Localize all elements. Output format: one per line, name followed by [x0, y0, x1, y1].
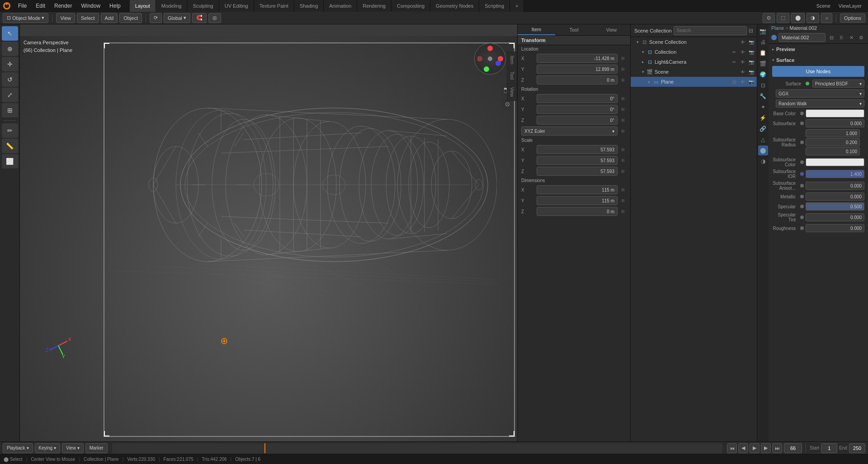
tree-arrow-plane[interactable]: ▸ [646, 80, 652, 84]
tool-tab[interactable]: Tool [508, 68, 516, 83]
use-nodes-button[interactable]: Use Nodes [772, 66, 864, 77]
next-frame-btn[interactable]: ▶ [761, 443, 771, 453]
current-frame-display[interactable]: 66 [784, 443, 802, 453]
scene-vis-icon[interactable]: 👁 [739, 68, 746, 75]
timeline-scrubber[interactable] [112, 443, 722, 453]
playback-btn[interactable]: Playback ▾ [3, 443, 33, 453]
tool-move[interactable]: ✛ [2, 57, 18, 71]
preview-section-header[interactable]: ▸ Preview [769, 45, 868, 53]
tool-add-cube[interactable]: ⬜ [2, 154, 18, 169]
rot-x-value[interactable]: 0° [537, 94, 618, 103]
tab-modeling[interactable]: Modeling [156, 0, 188, 12]
outliner-search[interactable] [674, 26, 747, 35]
random-walk-dropdown[interactable]: Random Walk ▾ [776, 99, 864, 108]
specular-value[interactable]: 0.500 [806, 202, 864, 211]
mode-selector[interactable]: ⊡ Object Mode ▾ [3, 13, 48, 23]
tree-arrow-scene[interactable]: ▾ [640, 70, 646, 74]
subsurface-radius-z[interactable]: 0.100 [806, 147, 860, 155]
go-end-btn[interactable]: ⏭ [772, 443, 782, 453]
menu-render[interactable]: Render [50, 0, 76, 12]
tree-arrow-scene-collection[interactable]: ▾ [634, 40, 641, 44]
plane-filter-icon[interactable]: ⊟ [731, 78, 738, 85]
prev-frame-btn[interactable]: ◀ [738, 443, 748, 453]
tab-compositing[interactable]: Compositing [392, 0, 430, 12]
dim-z-copy[interactable]: ⊞ [619, 208, 627, 215]
prop-icon-object[interactable]: ⊡ [758, 80, 768, 90]
prop-icon-shading[interactable]: ◑ [758, 156, 768, 166]
end-frame-display[interactable]: 250 [849, 443, 865, 453]
tree-arrow-light-camera[interactable]: ▸ [640, 60, 646, 64]
tree-scene-collection[interactable]: ▾ ⊡ Scene Collection 👁 📷 [631, 37, 757, 47]
prop-icon-modifiers[interactable]: 🔧 [758, 91, 768, 101]
tab-scripting[interactable]: Scripting [479, 0, 510, 12]
menu-help[interactable]: Help [105, 0, 125, 12]
rot-x-copy[interactable]: ⊞ [619, 95, 627, 102]
breadcrumb-plane[interactable]: Plane [771, 25, 784, 31]
tool-rotate[interactable]: ↺ [2, 72, 18, 87]
view-tab[interactable]: View [508, 84, 516, 100]
play-btn[interactable]: ▶ [750, 443, 760, 453]
object-menu[interactable]: Object [119, 13, 142, 23]
prop-icon-view-layer[interactable]: 📋 [758, 48, 768, 58]
mat-copy-icon[interactable]: ⎘ [837, 33, 845, 42]
collection-render-icon[interactable]: 📷 [748, 48, 755, 56]
mat-settings-icon[interactable]: ⚙ [857, 33, 865, 42]
tool-measure[interactable]: 📏 [2, 139, 18, 153]
tree-plane[interactable]: ▸ ▭ Plane ⊟ 👁 📷 [631, 77, 757, 87]
tab-rendering[interactable]: Rendering [357, 0, 392, 12]
loc-x-copy[interactable]: ⊞ [619, 55, 627, 62]
viewport-gizmo[interactable] [472, 41, 508, 77]
prop-icon-scene[interactable]: 🎬 [758, 59, 768, 69]
tab-sculpting[interactable]: Sculpting [187, 0, 219, 12]
dim-x-value[interactable]: 115 m [537, 185, 618, 194]
viewport-shading-rendered[interactable]: ○ [821, 13, 832, 23]
dim-x-copy[interactable]: ⊞ [619, 186, 627, 193]
prop-icon-render[interactable]: 📷 [758, 26, 768, 36]
tab-item[interactable]: Item [518, 24, 555, 35]
rot-y-value[interactable]: 0° [537, 105, 618, 114]
overlay-toggle[interactable]: ⊙ [763, 13, 775, 23]
subsurface-radius-y[interactable]: 0.200 [806, 138, 860, 146]
surface-section-header[interactable]: ▾ Surface [769, 56, 868, 64]
tree-scene[interactable]: ▾ 🎬 Scene 👁 📷 [631, 67, 757, 77]
options-button[interactable]: Options [840, 14, 865, 23]
scale-z-value[interactable]: 57.593 [537, 167, 618, 176]
loc-y-copy[interactable]: ⊞ [619, 66, 627, 73]
viewport-shading-material[interactable]: ◑ [807, 13, 819, 23]
tool-scale[interactable]: ⤢ [2, 88, 18, 102]
marker-btn[interactable]: Marker [85, 443, 108, 453]
rot-y-copy[interactable]: ⊞ [619, 106, 627, 113]
scale-y-copy[interactable]: ⊞ [619, 157, 627, 164]
prop-icon-data[interactable]: △ [758, 135, 768, 145]
gizmo-z-right[interactable] [495, 61, 501, 66]
tree-arrow-collection[interactable]: ▾ [640, 50, 646, 54]
menu-edit[interactable]: Edit [31, 0, 50, 12]
surface-shader-dropdown[interactable]: Principled BSDF ▾ [812, 80, 864, 88]
3d-viewport[interactable]: Camera Perspective (66) Collection | Pla… [20, 24, 517, 441]
tab-view[interactable]: View [593, 24, 630, 35]
prop-icon-material[interactable]: ⬤ [758, 145, 768, 155]
keying-btn[interactable]: Keying ▾ [35, 443, 61, 453]
ggx-dropdown[interactable]: GGX ▾ [776, 89, 864, 98]
tree-light-camera[interactable]: ▸ ⊡ Light&Camera ✏ 👁 📷 [631, 57, 757, 67]
tree-collection[interactable]: ▾ ⊡ Collection ✏ 👁 📷 [631, 47, 757, 57]
item-tab[interactable]: Item [508, 52, 516, 67]
tool-annotate[interactable]: ✏ [2, 123, 18, 138]
scale-y-value[interactable]: 57.593 [537, 156, 618, 165]
lc-render-icon[interactable]: 📷 [748, 58, 755, 66]
scale-x-copy[interactable]: ⊞ [619, 146, 627, 153]
scale-x-value[interactable]: 57.593 [537, 145, 618, 154]
loc-y-value[interactable]: 12.899 m [537, 65, 618, 74]
lc-vis-icon[interactable]: 👁 [739, 58, 746, 66]
tool-cursor[interactable]: ⊕ [2, 42, 18, 56]
view-menu[interactable]: View [56, 13, 75, 23]
menu-file[interactable]: File [14, 0, 31, 12]
prop-icon-constraints[interactable]: 🔗 [758, 124, 768, 134]
loc-z-copy[interactable]: ⊞ [619, 76, 627, 84]
subsurface-aniso-value[interactable]: 0.000 [806, 182, 864, 190]
roughness-value[interactable]: 0.000 [806, 224, 864, 232]
prop-icon-physics[interactable]: ⚡ [758, 113, 768, 123]
visibility-toggle[interactable]: 👁 [739, 38, 746, 46]
subsurface-ior-value[interactable]: 1.400 [806, 170, 864, 178]
specular-tint-value[interactable]: 0.000 [806, 213, 864, 221]
